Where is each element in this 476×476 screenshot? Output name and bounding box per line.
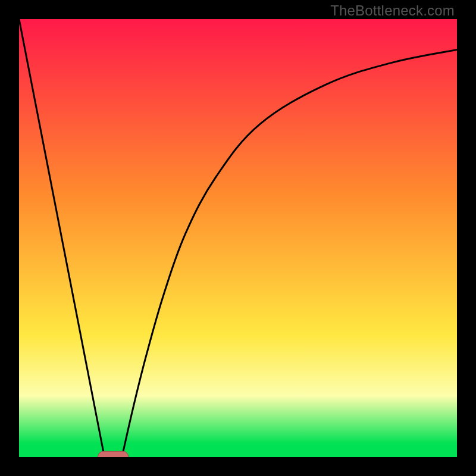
- plot-svg: [19, 19, 457, 457]
- gradient-background: [19, 19, 457, 457]
- chart-frame: TheBottleneck.com: [0, 0, 476, 476]
- watermark-text: TheBottleneck.com: [330, 2, 455, 19]
- minimum-marker: [98, 451, 129, 457]
- plot-area: [19, 19, 457, 457]
